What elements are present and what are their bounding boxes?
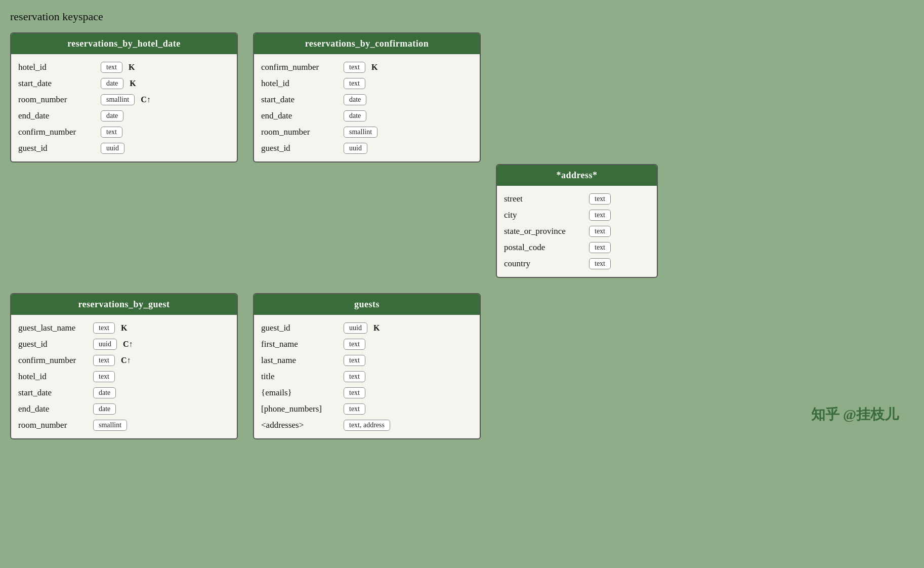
- field-name: {emails}: [261, 388, 340, 398]
- table-row: start_date date: [18, 385, 230, 401]
- field-name: city: [504, 210, 585, 220]
- type-badge: text: [344, 78, 365, 89]
- table-row: room_number smallint C↑: [18, 92, 230, 108]
- table-reservations-by-guest: reservations_by_guest guest_last_name te…: [10, 293, 238, 439]
- field-name: guest_id: [18, 143, 97, 153]
- type-badge: smallint: [93, 420, 127, 431]
- table-row: postal_code text: [504, 239, 650, 256]
- field-name: start_date: [18, 78, 97, 89]
- type-badge: date: [344, 110, 366, 121]
- type-badge: text: [589, 210, 611, 221]
- field-name: confirm_number: [18, 127, 97, 137]
- field-name: guest_id: [261, 323, 340, 333]
- table-row: [phone_numbers] text: [261, 401, 473, 417]
- type-badge: text: [344, 62, 365, 73]
- page-title: reservation keyspace: [10, 10, 914, 23]
- table-row: state_or_province text: [504, 223, 650, 239]
- type-badge: text: [589, 258, 611, 269]
- type-badge: text: [344, 403, 365, 415]
- table-body-reservations-confirmation: confirm_number text K hotel_id text star…: [254, 54, 480, 161]
- type-badge: uuid: [344, 322, 367, 334]
- table-header-guests: guests: [254, 294, 480, 315]
- table-row: end_date date: [18, 108, 230, 124]
- type-badge: date: [101, 78, 123, 89]
- table-row: street text: [504, 191, 650, 207]
- field-name: start_date: [18, 388, 89, 398]
- table-row: guest_id uuid: [18, 140, 230, 156]
- diagram-area: reservations_by_hotel_date hotel_id text…: [10, 32, 914, 439]
- key-marker: C↑: [141, 95, 151, 104]
- table-row: guest_id uuid K: [261, 320, 473, 336]
- type-badge: text: [344, 355, 365, 366]
- type-badge: date: [93, 403, 116, 415]
- watermark: 知乎 @挂枝儿: [811, 405, 899, 424]
- watermark-container: 知乎 @挂枝儿: [496, 293, 914, 439]
- table-header-reservations-guest: reservations_by_guest: [11, 294, 237, 315]
- type-badge: text: [589, 242, 611, 253]
- field-name: confirm_number: [18, 355, 89, 366]
- type-badge: text: [93, 371, 115, 382]
- key-marker: K: [373, 323, 380, 333]
- table-row: confirm_number text: [18, 124, 230, 140]
- type-badge: date: [101, 110, 123, 121]
- type-badge: text, address: [344, 420, 390, 431]
- key-marker: K: [371, 63, 377, 72]
- key-marker: K: [130, 79, 136, 88]
- key-marker: K: [129, 63, 135, 72]
- key-marker: C↑: [123, 340, 133, 349]
- type-badge: uuid: [101, 143, 124, 154]
- table-row: end_date date: [18, 401, 230, 417]
- field-name: [phone_numbers]: [261, 404, 340, 414]
- table-body-reservations-hotel-date: hotel_id text K start_date date K room_n…: [11, 54, 237, 161]
- table-reservations-by-confirmation: reservations_by_confirmation confirm_num…: [253, 32, 481, 163]
- field-name: street: [504, 194, 585, 204]
- type-badge: text: [344, 387, 365, 398]
- table-address: *address* street text city text state_or…: [496, 164, 658, 278]
- type-badge: date: [344, 94, 366, 105]
- type-badge: text: [93, 355, 115, 366]
- key-marker: K: [121, 323, 127, 333]
- field-name: state_or_province: [504, 226, 585, 236]
- table-row: <addresses> text, address: [261, 417, 473, 433]
- field-name: hotel_id: [18, 372, 89, 382]
- table-header-reservations-confirmation: reservations_by_confirmation: [254, 33, 480, 54]
- table-row: last_name text: [261, 352, 473, 369]
- field-name: guest_last_name: [18, 323, 89, 333]
- field-name: guest_id: [261, 143, 340, 153]
- table-body-guests: guest_id uuid K first_name text last_nam…: [254, 315, 480, 438]
- table-row: country text: [504, 256, 650, 272]
- table-reservations-by-hotel-date: reservations_by_hotel_date hotel_id text…: [10, 32, 238, 163]
- field-name: hotel_id: [261, 78, 340, 89]
- field-name: guest_id: [18, 339, 89, 349]
- field-name: title: [261, 372, 340, 382]
- table-row: guest_id uuid: [261, 140, 473, 156]
- field-name: room_number: [18, 420, 89, 430]
- table-row: start_date date K: [18, 75, 230, 92]
- table-row: start_date date: [261, 92, 473, 108]
- type-badge: text: [101, 62, 122, 73]
- key-marker: C↑: [121, 356, 131, 365]
- table-body-reservations-guest: guest_last_name text K guest_id uuid C↑ …: [11, 315, 237, 438]
- type-badge: text: [589, 193, 611, 205]
- type-badge: date: [93, 387, 116, 398]
- field-name: <addresses>: [261, 420, 340, 430]
- field-name: end_date: [261, 111, 340, 121]
- table-row: hotel_id text: [18, 369, 230, 385]
- table-row: guest_last_name text K: [18, 320, 230, 336]
- table-body-address: street text city text state_or_province …: [497, 186, 657, 277]
- type-badge: text: [344, 371, 365, 382]
- table-row: hotel_id text: [261, 75, 473, 92]
- table-row: confirm_number text K: [261, 59, 473, 75]
- field-name: last_name: [261, 355, 340, 366]
- field-name: start_date: [261, 95, 340, 105]
- table-row: end_date date: [261, 108, 473, 124]
- table-row: room_number smallint: [261, 124, 473, 140]
- field-name: confirm_number: [261, 62, 340, 72]
- type-badge: smallint: [344, 127, 377, 138]
- type-badge: text: [101, 127, 122, 138]
- field-name: end_date: [18, 111, 97, 121]
- table-row: first_name text: [261, 336, 473, 352]
- type-badge: uuid: [93, 339, 117, 350]
- table-row: city text: [504, 207, 650, 223]
- type-badge: smallint: [101, 94, 135, 105]
